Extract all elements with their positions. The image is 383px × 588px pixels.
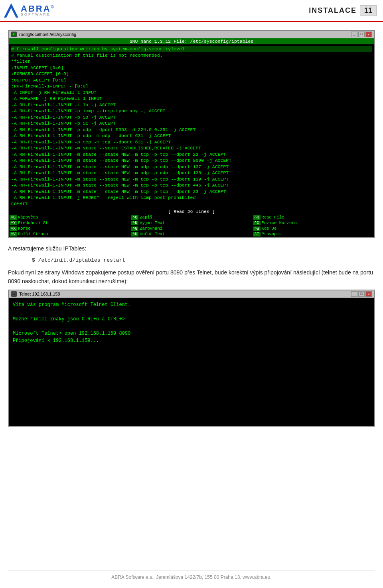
nano-line: -A RH-Firewall-1-INPUT -j REJECT --rejec… bbox=[11, 195, 372, 201]
logo-name: ABRA® bbox=[21, 4, 55, 13]
nano-line: COMMIT bbox=[11, 201, 372, 207]
footer-text: ABRA Software a.s., Jeremiášova 1422/7b,… bbox=[111, 574, 272, 580]
nano-menu-label: Konec bbox=[18, 226, 31, 231]
telnet-icon bbox=[11, 291, 17, 297]
nano-menu-item: ^RRead File bbox=[253, 215, 374, 220]
restart-intro: A restartujeme službu IPTables: bbox=[8, 244, 375, 253]
telnet-terminal-window: Telnet 192.168.1.159 _ □ ✕ Vítá vás prog… bbox=[8, 290, 375, 427]
page-number: 11 bbox=[360, 5, 377, 16]
svg-rect-3 bbox=[13, 34, 15, 34]
nano-menu-key: ^T bbox=[253, 232, 261, 236]
nano-menu-item: ^YPředchozí St bbox=[9, 220, 130, 226]
nano-line: -A RH-Firewall-1-INPUT -m state --state … bbox=[11, 182, 372, 189]
telnet-line bbox=[13, 323, 370, 330]
nano-content: # Firewall configuration written by syst… bbox=[9, 44, 374, 209]
header-right: INSTALACE 11 bbox=[309, 5, 377, 16]
nano-terminal-window: root@localhost:/etc/sysconfig _ □ ✕ GNU … bbox=[8, 30, 375, 238]
page-header: ABRA® SOFTWARE INSTALACE 11 bbox=[0, 0, 383, 22]
section-title: INSTALACE bbox=[309, 6, 357, 15]
telnet-content: Vítá vás program Microsoft Telnet Client… bbox=[9, 298, 374, 426]
close-button[interactable]: ✕ bbox=[365, 32, 372, 37]
nano-menu-item: ^WKde Je bbox=[253, 226, 374, 231]
telnet-line bbox=[13, 308, 370, 316]
nano-menu-key: ^C bbox=[253, 221, 261, 225]
nano-line: -A RH-Firewall-1-INPUT -m state --state … bbox=[11, 157, 372, 164]
nano-line: :OUTPUT ACCEPT [0:0] bbox=[11, 77, 372, 83]
logo-icon bbox=[4, 3, 18, 18]
window-controls: _ □ ✕ bbox=[351, 32, 372, 37]
restart-command: $ /etc/init.d/iptables restart bbox=[32, 256, 375, 265]
nano-topbar: GNU nano 1.3.12 File: /etc/sysconfig/ipt… bbox=[9, 38, 374, 44]
nano-menu-item: ^UUnCut Text bbox=[130, 231, 252, 237]
nano-line: -A RH-Firewall-1-INPUT -m state --state … bbox=[11, 145, 372, 151]
nano-menu-label: Nápověda bbox=[18, 215, 38, 220]
nano-line: -A FORWARD -j RH-Firewall-1-INPUT bbox=[11, 95, 372, 102]
nano-menu-label: Zarovnání bbox=[140, 226, 162, 231]
abra-logo: ABRA® SOFTWARE bbox=[4, 3, 55, 18]
nano-menu-item: ^VDalší Strana bbox=[9, 231, 130, 237]
nano-line: -A RH-Firewall-1-INPUT -m state --state … bbox=[11, 170, 372, 176]
nano-status: [ Read 26 lines ] bbox=[9, 209, 374, 215]
nano-menu-key: ^R bbox=[253, 215, 261, 220]
body-paragraph: Pokud nyní ze strany Windows zopakujeme … bbox=[8, 268, 375, 286]
telnet-window-controls: _ □ ✕ bbox=[351, 291, 372, 297]
nano-menu-item: ^KVyjmí Text bbox=[130, 220, 252, 226]
nano-menu-key: ^W bbox=[253, 226, 261, 231]
telnet-close-button[interactable]: ✕ bbox=[365, 291, 372, 297]
page-footer: ABRA Software a.s., Jeremiášova 1422/7b,… bbox=[8, 570, 375, 580]
telnet-minimize-button[interactable]: _ bbox=[351, 291, 357, 297]
svg-rect-4 bbox=[13, 34, 14, 35]
nano-line: :INPUT ACCEPT [0:0] bbox=[11, 65, 372, 71]
nano-line: :FORWARD ACCEPT [0:0] bbox=[11, 71, 372, 77]
nano-menu-key: ^G bbox=[131, 226, 138, 231]
nano-menu-key: ^U bbox=[131, 232, 138, 236]
nano-line: -A RH-Firewall-1-INPUT -m state --state … bbox=[11, 176, 372, 183]
nano-menu-item: ^GNápověda bbox=[9, 215, 130, 220]
nano-line: -A RH-Firewall-1-INPUT -i lo -j ACCEPT bbox=[11, 102, 372, 108]
restore-button[interactable]: □ bbox=[358, 32, 365, 37]
nano-line: *filter bbox=[11, 58, 372, 65]
nano-line: # Firewall configuration written by syst… bbox=[11, 46, 372, 52]
nano-line: -A RH-Firewall-1-INPUT -p 50 -j ACCEPT bbox=[11, 114, 372, 121]
nano-menu-label: Kde Je bbox=[262, 226, 277, 231]
telnet-restore-button[interactable]: □ bbox=[358, 291, 365, 297]
main-content: root@localhost:/etc/sysconfig _ □ ✕ GNU … bbox=[0, 22, 383, 441]
svg-rect-6 bbox=[13, 294, 14, 294]
nano-line: -A RH-Firewall-1-INPUT -p tcp -m tcp --d… bbox=[11, 139, 372, 145]
nano-line: -A RH-Firewall-1-INPUT -p udp --dport 53… bbox=[11, 127, 372, 133]
nano-titlebar-text: root@localhost:/etc/sysconfig bbox=[19, 32, 349, 37]
minimize-button[interactable]: _ bbox=[351, 32, 357, 37]
nano-line: -A RH-Firewall-1-INPUT -m state --state … bbox=[11, 164, 372, 170]
nano-menu-label: Předchozí St bbox=[18, 220, 48, 225]
telnet-titlebar-text: Telnet 192.168.1.159 bbox=[19, 292, 349, 296]
nano-menu-key: ^G bbox=[10, 215, 17, 220]
nano-menu-key: ^X bbox=[10, 226, 17, 231]
telnet-line: Připojování k 192.168.1.159... bbox=[13, 337, 370, 344]
nano-line: -A RH-Firewall-1-INPUT -p 51 -j ACCEPT bbox=[11, 120, 372, 127]
nano-line: -A RH-Firewall-1-INPUT -m state --state … bbox=[11, 189, 372, 195]
nano-menu-item: ^CPozice Kurzoru bbox=[253, 220, 374, 226]
nano-menu-key: ^Y bbox=[10, 221, 17, 225]
nano-menu-label: Vyjmí Text bbox=[140, 220, 165, 225]
nano-line: -A RH-Firewall-1-INPUT -p icmp --icmp-ty… bbox=[11, 108, 372, 114]
nano-menu-key: ^K bbox=[131, 221, 138, 225]
nano-menu-label: Zapiš bbox=[140, 215, 152, 220]
logo-sub: SOFTWARE bbox=[21, 12, 55, 16]
nano-menu-label: Pravopis bbox=[262, 232, 282, 236]
nano-menu-item: ^GZarovnání bbox=[130, 226, 252, 231]
nano-menu-item: ^OZapiš bbox=[130, 215, 252, 220]
nano-menu-item: ^TPravopis bbox=[253, 231, 374, 237]
nano-line: -A INPUT -j RH-Firewall-1-INPUT bbox=[11, 89, 372, 96]
telnet-titlebar: Telnet 192.168.1.159 _ □ ✕ bbox=[9, 290, 374, 298]
nano-line: -A RH-Firewall-1-INPUT -m state --state … bbox=[11, 151, 372, 158]
nano-line: :RH-Firewall-1-INPUT - [0:0] bbox=[11, 83, 372, 89]
telnet-line: Vítá vás program Microsoft Telnet Client… bbox=[13, 301, 370, 308]
nano-titlebar: root@localhost:/etc/sysconfig _ □ ✕ bbox=[9, 31, 374, 38]
nano-menu-label: Pozice Kurzoru bbox=[262, 220, 297, 225]
nano-line: # Manual customization of this file is n… bbox=[11, 52, 372, 59]
nano-line: -A RH-Firewall-1-INPUT -p udp -m udp --d… bbox=[11, 133, 372, 139]
nano-menu-label: Read File bbox=[262, 215, 284, 220]
nano-menu: ^GNápověda^OZapiš^RRead File^YPředchozí … bbox=[9, 215, 374, 237]
nano-menu-label: UnCut Text bbox=[140, 232, 165, 236]
telnet-line: Možné řídicí znaky jsou CTRL+û a CTRL+> bbox=[13, 316, 370, 323]
